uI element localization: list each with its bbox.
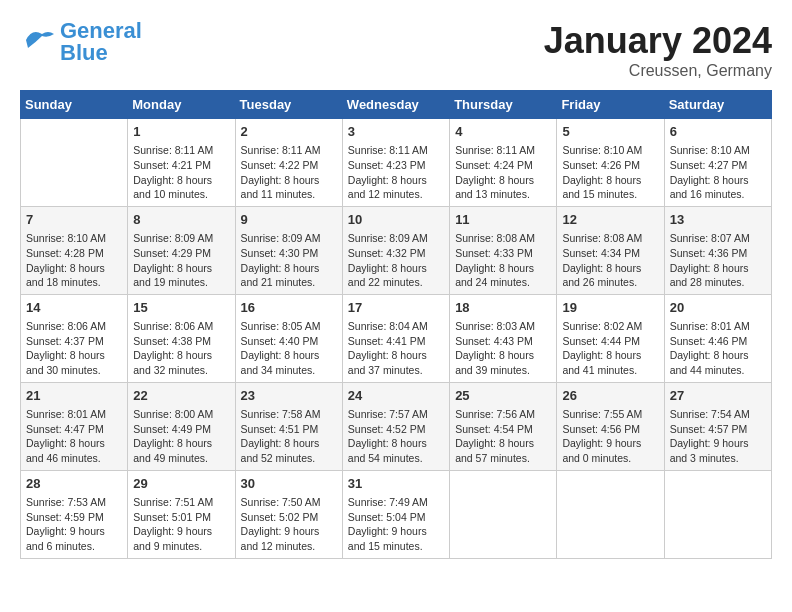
- calendar-title: January 2024: [544, 20, 772, 62]
- calendar-cell: 15Sunrise: 8:06 AM Sunset: 4:38 PM Dayli…: [128, 294, 235, 382]
- day-number: 11: [455, 211, 551, 229]
- day-info: Sunrise: 8:11 AM Sunset: 4:24 PM Dayligh…: [455, 143, 551, 202]
- day-info: Sunrise: 7:55 AM Sunset: 4:56 PM Dayligh…: [562, 407, 658, 466]
- calendar-cell: 6Sunrise: 8:10 AM Sunset: 4:27 PM Daylig…: [664, 119, 771, 207]
- day-number: 6: [670, 123, 766, 141]
- calendar-cell: 17Sunrise: 8:04 AM Sunset: 4:41 PM Dayli…: [342, 294, 449, 382]
- day-number: 27: [670, 387, 766, 405]
- column-header-saturday: Saturday: [664, 91, 771, 119]
- day-number: 21: [26, 387, 122, 405]
- calendar-cell: 3Sunrise: 8:11 AM Sunset: 4:23 PM Daylig…: [342, 119, 449, 207]
- calendar-cell: 30Sunrise: 7:50 AM Sunset: 5:02 PM Dayli…: [235, 470, 342, 558]
- day-info: Sunrise: 8:09 AM Sunset: 4:29 PM Dayligh…: [133, 231, 229, 290]
- column-header-sunday: Sunday: [21, 91, 128, 119]
- calendar-cell: 31Sunrise: 7:49 AM Sunset: 5:04 PM Dayli…: [342, 470, 449, 558]
- day-info: Sunrise: 8:07 AM Sunset: 4:36 PM Dayligh…: [670, 231, 766, 290]
- day-info: Sunrise: 7:49 AM Sunset: 5:04 PM Dayligh…: [348, 495, 444, 554]
- day-number: 15: [133, 299, 229, 317]
- day-number: 14: [26, 299, 122, 317]
- day-info: Sunrise: 8:10 AM Sunset: 4:28 PM Dayligh…: [26, 231, 122, 290]
- day-number: 5: [562, 123, 658, 141]
- calendar-cell: 9Sunrise: 8:09 AM Sunset: 4:30 PM Daylig…: [235, 206, 342, 294]
- day-info: Sunrise: 8:01 AM Sunset: 4:46 PM Dayligh…: [670, 319, 766, 378]
- day-info: Sunrise: 7:57 AM Sunset: 4:52 PM Dayligh…: [348, 407, 444, 466]
- day-info: Sunrise: 8:10 AM Sunset: 4:26 PM Dayligh…: [562, 143, 658, 202]
- day-number: 28: [26, 475, 122, 493]
- day-number: 8: [133, 211, 229, 229]
- day-number: 1: [133, 123, 229, 141]
- calendar-cell: [450, 470, 557, 558]
- calendar-cell: 2Sunrise: 8:11 AM Sunset: 4:22 PM Daylig…: [235, 119, 342, 207]
- day-number: 30: [241, 475, 337, 493]
- day-info: Sunrise: 7:51 AM Sunset: 5:01 PM Dayligh…: [133, 495, 229, 554]
- calendar-cell: [21, 119, 128, 207]
- column-header-tuesday: Tuesday: [235, 91, 342, 119]
- day-info: Sunrise: 8:06 AM Sunset: 4:38 PM Dayligh…: [133, 319, 229, 378]
- logo-text: GeneralBlue: [60, 18, 142, 65]
- day-number: 10: [348, 211, 444, 229]
- day-info: Sunrise: 8:01 AM Sunset: 4:47 PM Dayligh…: [26, 407, 122, 466]
- day-number: 13: [670, 211, 766, 229]
- day-number: 26: [562, 387, 658, 405]
- day-info: Sunrise: 7:50 AM Sunset: 5:02 PM Dayligh…: [241, 495, 337, 554]
- day-number: 4: [455, 123, 551, 141]
- calendar-cell: 29Sunrise: 7:51 AM Sunset: 5:01 PM Dayli…: [128, 470, 235, 558]
- day-info: Sunrise: 7:53 AM Sunset: 4:59 PM Dayligh…: [26, 495, 122, 554]
- day-info: Sunrise: 8:08 AM Sunset: 4:34 PM Dayligh…: [562, 231, 658, 290]
- calendar-cell: 24Sunrise: 7:57 AM Sunset: 4:52 PM Dayli…: [342, 382, 449, 470]
- calendar-cell: 12Sunrise: 8:08 AM Sunset: 4:34 PM Dayli…: [557, 206, 664, 294]
- calendar-cell: 27Sunrise: 7:54 AM Sunset: 4:57 PM Dayli…: [664, 382, 771, 470]
- day-number: 3: [348, 123, 444, 141]
- day-number: 20: [670, 299, 766, 317]
- logo-icon: [20, 26, 56, 58]
- calendar-cell: 10Sunrise: 8:09 AM Sunset: 4:32 PM Dayli…: [342, 206, 449, 294]
- day-info: Sunrise: 8:03 AM Sunset: 4:43 PM Dayligh…: [455, 319, 551, 378]
- week-row-1: 1Sunrise: 8:11 AM Sunset: 4:21 PM Daylig…: [21, 119, 772, 207]
- day-info: Sunrise: 8:11 AM Sunset: 4:22 PM Dayligh…: [241, 143, 337, 202]
- column-header-monday: Monday: [128, 91, 235, 119]
- day-number: 7: [26, 211, 122, 229]
- calendar-cell: 4Sunrise: 8:11 AM Sunset: 4:24 PM Daylig…: [450, 119, 557, 207]
- day-number: 18: [455, 299, 551, 317]
- calendar-cell: 22Sunrise: 8:00 AM Sunset: 4:49 PM Dayli…: [128, 382, 235, 470]
- day-number: 31: [348, 475, 444, 493]
- column-header-friday: Friday: [557, 91, 664, 119]
- calendar-cell: 13Sunrise: 8:07 AM Sunset: 4:36 PM Dayli…: [664, 206, 771, 294]
- calendar-cell: [557, 470, 664, 558]
- day-info: Sunrise: 7:54 AM Sunset: 4:57 PM Dayligh…: [670, 407, 766, 466]
- calendar-cell: 14Sunrise: 8:06 AM Sunset: 4:37 PM Dayli…: [21, 294, 128, 382]
- day-number: 29: [133, 475, 229, 493]
- day-info: Sunrise: 7:56 AM Sunset: 4:54 PM Dayligh…: [455, 407, 551, 466]
- calendar-cell: 21Sunrise: 8:01 AM Sunset: 4:47 PM Dayli…: [21, 382, 128, 470]
- calendar-cell: 11Sunrise: 8:08 AM Sunset: 4:33 PM Dayli…: [450, 206, 557, 294]
- logo: GeneralBlue: [20, 20, 142, 64]
- calendar-cell: 8Sunrise: 8:09 AM Sunset: 4:29 PM Daylig…: [128, 206, 235, 294]
- day-info: Sunrise: 8:06 AM Sunset: 4:37 PM Dayligh…: [26, 319, 122, 378]
- calendar-cell: 1Sunrise: 8:11 AM Sunset: 4:21 PM Daylig…: [128, 119, 235, 207]
- day-number: 2: [241, 123, 337, 141]
- calendar-cell: [664, 470, 771, 558]
- day-info: Sunrise: 8:10 AM Sunset: 4:27 PM Dayligh…: [670, 143, 766, 202]
- day-info: Sunrise: 8:05 AM Sunset: 4:40 PM Dayligh…: [241, 319, 337, 378]
- calendar-cell: 26Sunrise: 7:55 AM Sunset: 4:56 PM Dayli…: [557, 382, 664, 470]
- calendar-cell: 23Sunrise: 7:58 AM Sunset: 4:51 PM Dayli…: [235, 382, 342, 470]
- calendar-cell: 28Sunrise: 7:53 AM Sunset: 4:59 PM Dayli…: [21, 470, 128, 558]
- week-row-5: 28Sunrise: 7:53 AM Sunset: 4:59 PM Dayli…: [21, 470, 772, 558]
- calendar-cell: 18Sunrise: 8:03 AM Sunset: 4:43 PM Dayli…: [450, 294, 557, 382]
- day-info: Sunrise: 8:09 AM Sunset: 4:30 PM Dayligh…: [241, 231, 337, 290]
- day-info: Sunrise: 8:02 AM Sunset: 4:44 PM Dayligh…: [562, 319, 658, 378]
- calendar-cell: 5Sunrise: 8:10 AM Sunset: 4:26 PM Daylig…: [557, 119, 664, 207]
- calendar-header-row: SundayMondayTuesdayWednesdayThursdayFrid…: [21, 91, 772, 119]
- day-info: Sunrise: 8:11 AM Sunset: 4:23 PM Dayligh…: [348, 143, 444, 202]
- week-row-4: 21Sunrise: 8:01 AM Sunset: 4:47 PM Dayli…: [21, 382, 772, 470]
- calendar-cell: 25Sunrise: 7:56 AM Sunset: 4:54 PM Dayli…: [450, 382, 557, 470]
- calendar-subtitle: Creussen, Germany: [544, 62, 772, 80]
- day-number: 23: [241, 387, 337, 405]
- calendar-cell: 7Sunrise: 8:10 AM Sunset: 4:28 PM Daylig…: [21, 206, 128, 294]
- calendar-title-block: January 2024 Creussen, Germany: [544, 20, 772, 80]
- day-number: 9: [241, 211, 337, 229]
- week-row-3: 14Sunrise: 8:06 AM Sunset: 4:37 PM Dayli…: [21, 294, 772, 382]
- calendar-cell: 20Sunrise: 8:01 AM Sunset: 4:46 PM Dayli…: [664, 294, 771, 382]
- day-number: 24: [348, 387, 444, 405]
- day-info: Sunrise: 8:11 AM Sunset: 4:21 PM Dayligh…: [133, 143, 229, 202]
